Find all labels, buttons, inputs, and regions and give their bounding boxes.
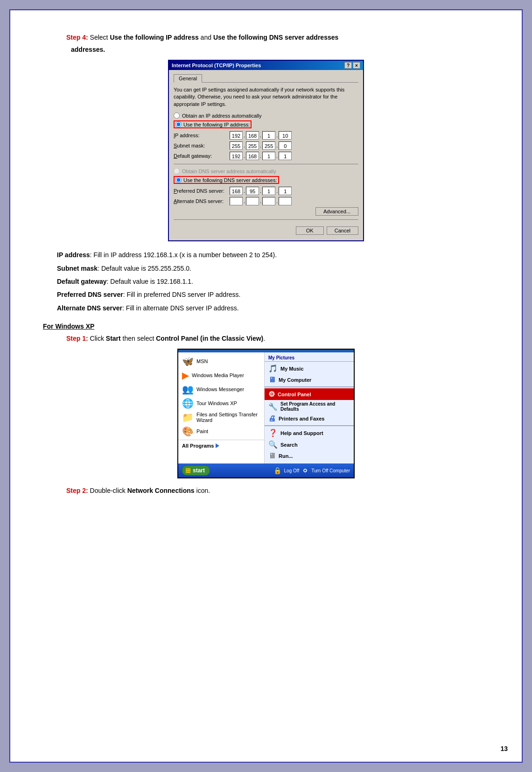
xp-right-mymusic[interactable]: 🎵 My Music: [265, 363, 354, 374]
xp-start-button[interactable]: ⊞ start: [182, 465, 210, 476]
dialog-footer: OK Cancel: [174, 224, 358, 237]
xp-screenshot-wrapper: 🦋 MSN ▶ Windows Media Player 👥 Windows M…: [43, 349, 489, 478]
step1-and: then select: [121, 335, 156, 342]
xp-menu-messenger[interactable]: 👥 Windows Messenger: [178, 382, 264, 396]
subnet-oct1: 255: [230, 141, 243, 150]
cancel-button[interactable]: Cancel: [327, 226, 358, 235]
ip-address-row: IP address: 192 . 168 . 1 . 10: [174, 131, 358, 140]
xp-menu-tour[interactable]: 🌐 Tour Windows XP: [178, 396, 264, 410]
xp-right-divider2: [265, 425, 354, 426]
xp-bottom-right: 🔒 Log Off ⭘ Turn Off Computer: [273, 467, 350, 474]
subnet-label: Subnet mask:: [174, 143, 230, 148]
ip-label-text: P address:: [175, 133, 199, 138]
files-icon: 📁: [182, 412, 194, 423]
xp-turnoff-label[interactable]: Turn Off Computer: [311, 468, 350, 473]
pref-oct1: 168: [230, 187, 243, 195]
xp-logoff-label[interactable]: Log Off: [284, 468, 300, 473]
xp-menu-wmp[interactable]: ▶ Windows Media Player: [178, 368, 264, 382]
xp-left-panel: 🦋 MSN ▶ Windows Media Player 👥 Windows M…: [178, 352, 265, 463]
page: Step 4: Select Use the following IP addr…: [9, 9, 523, 763]
preferred-input-group[interactable]: 168 . 95 . 1 . 1: [230, 187, 292, 195]
radio-manual-selected: Use the following IP address:: [174, 120, 252, 128]
xp-run-label: Run...: [279, 453, 293, 459]
xp-right-search[interactable]: 🔍 Search: [265, 439, 354, 450]
xp-right-printers[interactable]: 🖨 Printers and Faxes: [265, 413, 354, 424]
messenger-icon: 👥: [182, 384, 194, 395]
alt-oct4: [279, 197, 292, 205]
alternate-row: Alternate DNS server: . . .: [174, 197, 358, 205]
radio-dns-manual-selected: Use the following DNS server addresses:: [174, 176, 279, 184]
ip-oct2: 168: [246, 131, 259, 140]
preferred-exp-text: : Fill in preferred DNS server IP addres…: [123, 291, 241, 298]
dialog-tabs: General: [174, 74, 358, 83]
alt-oct3: [262, 197, 275, 205]
arrow-right-icon: [216, 443, 219, 448]
windows-xp-header: For Windows XP: [43, 323, 489, 330]
dialog-info-text: You can get IP settings assigned automat…: [174, 86, 358, 108]
paint-icon: 🎨: [182, 426, 194, 437]
step1-period: .: [263, 335, 265, 342]
xp-wmp-label: Windows Media Player: [192, 372, 244, 378]
subnet-oct3: 255: [262, 141, 275, 150]
dialog-divider2: [174, 219, 358, 220]
gateway-oct3: 1: [262, 152, 275, 160]
preferred-label: Preferred DNS server:: [174, 188, 230, 194]
dialog-body: General You can get IP settings assigned…: [169, 70, 363, 240]
printers-icon: 🖨: [268, 414, 276, 423]
radio-auto-label: Obtain an IP address automatically: [182, 113, 261, 119]
xp-right-divider1: [265, 386, 354, 387]
xp-menu-msn[interactable]: 🦋 MSN: [178, 354, 264, 368]
xp-all-programs[interactable]: All Programs: [178, 442, 264, 450]
radio-group-dns: Obtain DNS server address automatically …: [174, 168, 358, 184]
radio-manual[interactable]: [175, 121, 182, 127]
step4-bold2: Use the following DNS server addresses: [213, 34, 338, 41]
step1-text1: Click: [88, 335, 106, 342]
advanced-btn-row: Advanced...: [174, 207, 358, 216]
ip-oct1: 192: [230, 131, 243, 140]
gateway-exp-text: : Default value is 192.168.1.1.: [107, 278, 193, 285]
radio-group-ip: Obtain an IP address automatically Use t…: [174, 112, 358, 128]
step1-bold2: Control Panel (in the Classic View): [156, 335, 263, 342]
step2-bold1: Network Connections: [127, 487, 195, 494]
xp-mycomputer-label: My Computer: [279, 377, 311, 383]
close-btn[interactable]: ×: [353, 62, 360, 69]
xp-right-help[interactable]: ❓ Help and Support: [265, 427, 354, 439]
help-btn[interactable]: ?: [344, 62, 352, 69]
subnet-input-group[interactable]: 255 . 255 . 255 . 0: [230, 141, 292, 150]
gateway-oct4: 1: [279, 152, 292, 160]
radio-manual-label: Use the following IP address:: [183, 122, 250, 127]
alt-oct1: [230, 197, 243, 205]
help-icon: ❓: [268, 428, 278, 437]
step4-and: and: [199, 34, 213, 41]
ip-input-group[interactable]: 192 . 168 . 1 . 10: [230, 131, 292, 140]
xp-right-run[interactable]: 🖥 Run...: [265, 450, 354, 462]
tcp-ip-dialog: Internet Protocol (TCP/IP) Properties ? …: [168, 60, 364, 241]
radio-dns-auto: [174, 168, 180, 174]
step4-bold1: Use the following IP address: [110, 34, 198, 41]
alternate-input-group[interactable]: . . .: [230, 197, 292, 205]
ok-button[interactable]: OK: [296, 226, 324, 235]
ip-exp-bold: IP address: [57, 251, 90, 259]
tab-general[interactable]: General: [174, 74, 202, 83]
xp-screenshot: 🦋 MSN ▶ Windows Media Player 👥 Windows M…: [177, 349, 355, 478]
gateway-input-group[interactable]: 192 . 168 . 1 . 1: [230, 152, 292, 160]
xp-menu-files[interactable]: 📁 Files and Settings Transfer Wizard: [178, 410, 264, 424]
dialog-title: Internet Protocol (TCP/IP) Properties: [172, 63, 261, 68]
tour-icon: 🌐: [182, 398, 194, 409]
radio-obtain-auto[interactable]: [174, 112, 180, 119]
xp-menu-paint[interactable]: 🎨 Paint: [178, 424, 264, 438]
step2-text: Step 2: Double-click Network Connections…: [66, 487, 489, 494]
run-icon: 🖥: [268, 452, 276, 460]
radio-dns-manual[interactable]: [175, 177, 182, 183]
radio-dns-manual-label: Use the following DNS server addresses:: [183, 177, 277, 183]
xp-right-setprogram[interactable]: 🔧 Set Program Access and Defaults: [265, 400, 354, 413]
advanced-button[interactable]: Advanced...: [315, 207, 358, 216]
xp-paint-label: Paint: [196, 428, 208, 434]
xp-tour-label: Tour Windows XP: [196, 400, 237, 406]
xp-right-mycomputer[interactable]: 🖥 My Computer: [265, 374, 354, 386]
step2-label: Step 2:: [66, 487, 88, 494]
step4-text: Step 4: Select Use the following IP addr…: [66, 34, 489, 41]
xp-right-panel: My Pictures 🎵 My Music 🖥 My Computer ⚙: [265, 352, 354, 463]
search-icon: 🔍: [268, 440, 278, 449]
xp-right-controlpanel[interactable]: ⚙ Control Panel: [265, 388, 354, 400]
